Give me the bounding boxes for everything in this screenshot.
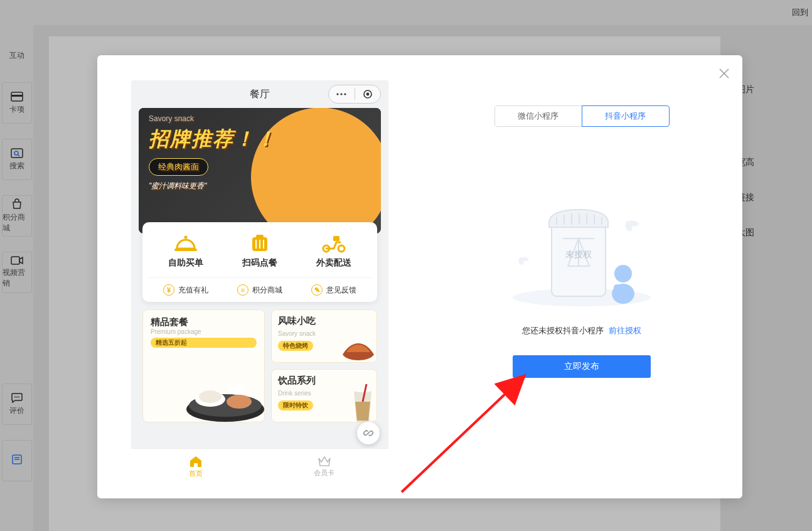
- close-button[interactable]: [717, 67, 731, 80]
- link-icon: [363, 427, 374, 439]
- set-meal-icon: [181, 358, 265, 422]
- scooter-icon: [321, 232, 347, 254]
- service-label: 自助买单: [168, 257, 203, 269]
- phone-preview: 餐厅 Savory snack 招牌推荐！！ 经典肉酱面: [131, 80, 388, 485]
- auth-message-row: 您还未授权抖音小程序 前往授权: [522, 325, 641, 336]
- app-title: 餐厅: [191, 88, 328, 101]
- category-sub: Savory snack: [278, 330, 316, 337]
- category-tag: 精选五折起: [151, 338, 257, 348]
- drink-icon: [344, 383, 377, 422]
- publish-modal: 餐厅 Savory snack 招牌推荐！！ 经典肉酱面: [97, 55, 742, 498]
- tab-home[interactable]: 首页: [131, 449, 260, 485]
- category-tag: 限时特饮: [278, 400, 313, 410]
- svg-point-31: [199, 390, 222, 403]
- publish-button[interactable]: 立即发布: [513, 355, 651, 378]
- svg-point-34: [354, 389, 371, 392]
- crown-icon: [318, 456, 331, 467]
- banner-subline: "蜜汁调料味更香": [149, 181, 277, 191]
- close-icon: [717, 67, 731, 80]
- service-label: 外卖配送: [316, 257, 351, 269]
- service-delivery[interactable]: 外卖配送: [316, 232, 351, 269]
- platform-tabs: 微信小程序 抖音小程序: [494, 105, 670, 127]
- preview-pane: 餐厅 Savory snack 招牌推荐！！ 经典肉酱面: [97, 55, 421, 498]
- tab-label: 会员卡: [314, 468, 334, 478]
- platform-tab-douyin[interactable]: 抖音小程序: [582, 105, 670, 127]
- suitcase-icon: [248, 232, 271, 254]
- auth-link[interactable]: 前往授权: [609, 326, 641, 335]
- phone-statusbar: 餐厅: [131, 80, 388, 108]
- auth-pane: 微信小程序 抖音小程序 未授权 您还未授权抖音小程序 前往授权 立即发布: [421, 55, 742, 498]
- category-premium[interactable]: 精品套餐 Premium package 精选五折起: [142, 309, 265, 422]
- service-label: 扫码点餐: [242, 257, 277, 269]
- svg-point-15: [341, 93, 343, 95]
- svg-point-26: [338, 245, 345, 252]
- category-sub: Premium package: [151, 328, 257, 335]
- banner-brand: Savory snack: [149, 114, 277, 123]
- hero-banner[interactable]: Savory snack 招牌推荐！！ 经典肉酱面 "蜜汁调料味更香": [139, 108, 381, 233]
- bbq-icon: [335, 330, 377, 363]
- service-selfpay[interactable]: 自助买单: [168, 232, 203, 269]
- svg-point-16: [345, 93, 346, 95]
- category-title: 饮品系列: [278, 375, 316, 385]
- svg-point-19: [184, 236, 188, 239]
- subservice-label: 积分商城: [252, 285, 282, 296]
- svg-point-33: [228, 384, 245, 395]
- capsule-buttons[interactable]: [328, 85, 381, 104]
- empty-badge-text: 未授权: [565, 249, 592, 259]
- category-snack[interactable]: 风味小吃 Savory snack 特色烧烤: [271, 309, 377, 363]
- svg-point-47: [614, 284, 620, 291]
- subservice-label: 充值有礼: [178, 285, 208, 296]
- dish-cover-icon: [173, 232, 198, 254]
- platform-tab-wechat[interactable]: 微信小程序: [494, 105, 582, 127]
- link-floating-button[interactable]: [357, 422, 380, 444]
- banner-headline: 招牌推荐！！: [149, 127, 277, 150]
- auth-message: 您还未授权抖音小程序: [522, 326, 604, 335]
- subservice-feedback[interactable]: ✎意见反馈: [311, 284, 356, 296]
- category-title: 风味小吃: [278, 315, 316, 326]
- svg-rect-21: [256, 235, 264, 238]
- subservice-mall[interactable]: ≡积分商城: [237, 284, 282, 296]
- svg-point-32: [227, 395, 252, 409]
- home-icon: [189, 455, 203, 468]
- tab-label: 首页: [189, 469, 203, 478]
- banner-badge: 经典肉酱面: [149, 158, 208, 176]
- category-row: 精品套餐 Premium package 精选五折起 风味小吃 Savory s…: [131, 309, 388, 422]
- services-card: 自助买单 扫码点餐 外卖配送 ¥充值有礼 ≡积分商城 ✎意见反馈: [142, 222, 377, 302]
- category-sub: Drink series: [278, 390, 311, 397]
- tab-member[interactable]: 会员卡: [260, 449, 388, 485]
- more-icon[interactable]: [329, 93, 355, 95]
- svg-point-14: [337, 93, 339, 95]
- svg-point-18: [366, 93, 369, 96]
- subservice-label: 意见反馈: [326, 285, 356, 296]
- tabbar: 首页 会员卡: [131, 448, 388, 485]
- svg-point-45: [614, 265, 632, 282]
- category-drinks[interactable]: 饮品系列 Drink series 限时特饮: [271, 369, 377, 422]
- svg-rect-27: [333, 236, 339, 241]
- subservice-recharge[interactable]: ¥充值有礼: [163, 284, 208, 296]
- category-title: 精品套餐: [151, 316, 257, 328]
- category-tag: 特色烧烤: [278, 341, 313, 351]
- service-scan[interactable]: 扫码点餐: [242, 232, 277, 269]
- target-icon[interactable]: [355, 89, 381, 99]
- unauthorized-illustration: 未授权: [500, 183, 663, 309]
